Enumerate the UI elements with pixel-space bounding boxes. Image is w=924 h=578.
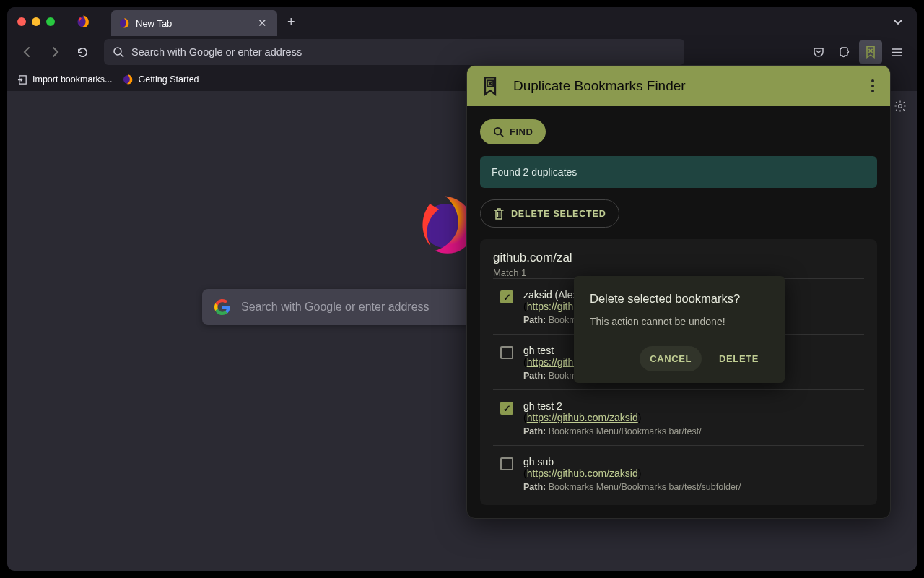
arrow-right-icon	[48, 46, 61, 59]
svg-point-15	[494, 128, 501, 134]
tab-close-button[interactable]: ✕	[255, 15, 270, 31]
bookmark-url[interactable]: https://github.com/zaksid	[527, 412, 638, 423]
extension-popup: Duplicate Bookmarks Finder FIND Found 2 …	[466, 65, 891, 519]
delete-selected-button[interactable]: DELETE SELECTED	[480, 199, 619, 228]
back-button[interactable]	[16, 40, 39, 64]
bookmark-url[interactable]: https://gith	[527, 301, 574, 312]
gear-icon	[894, 100, 907, 113]
dialog-message: This action cannot be undone!	[590, 316, 769, 327]
import-bookmarks-label: Import bookmarks...	[32, 74, 112, 85]
extension-body: FIND Found 2 duplicates DELETE SELECTED …	[467, 106, 890, 518]
bookmark-path: Bookmarks Menu/Bookmarks bar/test/	[549, 426, 702, 436]
svg-line-16	[500, 134, 503, 137]
confirm-delete-dialog: Delete selected bookmarks? This action c…	[574, 276, 785, 383]
titlebar: New Tab ✕ +	[7, 7, 917, 36]
svg-point-14	[871, 90, 874, 92]
address-bar[interactable]	[104, 39, 684, 65]
pocket-icon	[812, 46, 825, 59]
trash-icon	[494, 208, 504, 220]
arrow-left-icon	[21, 46, 34, 59]
nav-toolbar	[7, 36, 917, 68]
window-controls	[7, 17, 55, 26]
bookmark-name: gh sub	[523, 456, 554, 467]
svg-line-3	[121, 54, 123, 57]
dialog-actions: CANCEL DELETE	[590, 346, 769, 371]
import-bookmarks-button[interactable]: Import bookmarks...	[17, 74, 112, 85]
bookmark-checkbox[interactable]	[500, 346, 513, 359]
bookmark-row: gh sub (https://github.com/zaksid) Path:…	[493, 445, 864, 501]
bookmark-row: gh test 2 (https://github.com/zaksid) Pa…	[493, 389, 864, 445]
extensions-button[interactable]	[833, 40, 856, 64]
reload-button[interactable]	[71, 40, 94, 64]
bookmark-x-icon	[863, 45, 878, 59]
bookmark-checkbox[interactable]	[500, 457, 513, 470]
path-label: Path:	[523, 426, 546, 436]
bookmark-checkbox[interactable]	[500, 402, 513, 415]
kebab-icon	[871, 79, 874, 92]
bookmark-path: Bookm	[549, 315, 577, 325]
svg-point-12	[871, 79, 874, 82]
status-banner: Found 2 duplicates	[480, 156, 877, 188]
search-icon	[493, 126, 504, 137]
bookmark-path: Bookmarks Menu/Bookmarks bar/test/subfol…	[549, 482, 741, 492]
hamburger-icon	[891, 46, 903, 59]
path-label: Path:	[523, 315, 546, 325]
bookmark-url[interactable]: https://github.com/zaksid	[527, 467, 638, 479]
google-icon	[214, 298, 231, 316]
match-group-title: github.com/zal	[493, 251, 864, 265]
bookmark-name: zaksid (Alex	[523, 289, 578, 301]
pocket-button[interactable]	[807, 40, 830, 64]
dialog-title: Delete selected bookmarks?	[590, 292, 769, 306]
extension-title: Duplicate Bookmarks Finder	[513, 78, 855, 94]
bookmark-info: gh test 2 (https://github.com/zaksid) Pa…	[523, 400, 864, 436]
firefox-icon	[76, 14, 90, 29]
dialog-cancel-button[interactable]: CANCEL	[640, 346, 702, 371]
chevron-down-icon	[892, 16, 904, 27]
delete-selected-label: DELETE SELECTED	[511, 209, 606, 219]
minimize-window-button[interactable]	[32, 17, 40, 26]
titlebar-logo	[55, 14, 111, 29]
bookmark-name: gh test 2	[523, 400, 562, 412]
find-button-label: FIND	[510, 126, 533, 137]
bookmark-x-icon	[480, 76, 500, 96]
new-tab-button[interactable]: +	[277, 14, 305, 30]
newtab-settings-button[interactable]	[894, 100, 907, 113]
address-input[interactable]	[131, 46, 676, 58]
extension-header: Duplicate Bookmarks Finder	[467, 66, 890, 106]
firefox-icon	[118, 17, 130, 29]
maximize-window-button[interactable]	[46, 17, 55, 26]
path-label: Path:	[523, 371, 546, 381]
find-button[interactable]: FIND	[480, 119, 546, 144]
bookmark-info: gh sub (https://github.com/zaksid) Path:…	[523, 456, 864, 492]
import-icon	[17, 74, 28, 85]
duplicate-bookmarks-extension-button[interactable]	[859, 40, 882, 64]
puzzle-icon	[838, 46, 851, 59]
extension-menu-button[interactable]	[868, 77, 877, 95]
tab-new-tab[interactable]: New Tab ✕	[111, 10, 277, 36]
getting-started-bookmark[interactable]: Getting Started	[122, 74, 199, 85]
reload-icon	[77, 46, 89, 59]
close-window-button[interactable]	[17, 17, 26, 26]
svg-point-2	[114, 48, 121, 55]
dialog-delete-button[interactable]: DELETE	[709, 346, 769, 371]
bookmark-name: gh test	[523, 345, 554, 356]
search-icon	[113, 46, 124, 58]
app-menu-button[interactable]	[885, 40, 908, 64]
svg-point-9	[899, 105, 902, 108]
firefox-icon	[122, 74, 134, 85]
getting-started-label: Getting Started	[138, 74, 199, 85]
toolbar-right	[807, 40, 908, 64]
svg-point-13	[871, 85, 874, 87]
forward-button[interactable]	[43, 40, 66, 64]
bookmark-checkbox[interactable]	[500, 290, 513, 303]
tab-title: New Tab	[136, 18, 249, 29]
titlebar-overflow[interactable]	[892, 16, 917, 27]
path-label: Path:	[523, 482, 546, 492]
